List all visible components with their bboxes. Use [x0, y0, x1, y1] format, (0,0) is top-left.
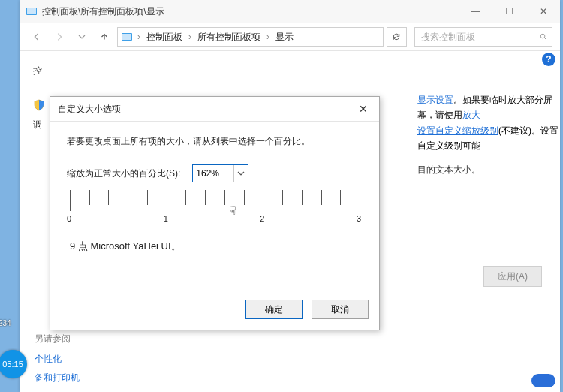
svg-rect-3: [122, 34, 131, 40]
scale-combobox[interactable]: [192, 164, 248, 182]
svg-line-5: [544, 38, 546, 40]
breadcrumb[interactable]: 控制面板: [145, 31, 184, 44]
maximize-button[interactable]: ☐: [492, 0, 526, 23]
dialog-title: 自定义大小选项: [58, 103, 121, 116]
up-button[interactable]: [95, 27, 114, 47]
navigation-bar: › 控制面板 › 所有控制面板项 › 显示: [20, 23, 560, 51]
crumb-sep-icon: ›: [136, 32, 142, 42]
scale-label: 缩放为正常大小的百分比(S):: [67, 167, 180, 180]
search-icon: [540, 32, 547, 42]
dialog-close-button[interactable]: ✕: [355, 101, 372, 117]
title-bar: 控制面板\所有控制面板项\显示 — ☐ ✕: [20, 0, 560, 23]
sample-text: 9 点 Microsoft YaHei UI。: [70, 240, 363, 253]
ok-button[interactable]: 确定: [245, 300, 303, 319]
custom-size-dialog: 自定义大小选项 ✕ 若要更改桌面上所有项的大小，请从列表中选择一个百分比。 缩放…: [50, 96, 380, 330]
control-panel-window: 控制面板\所有控制面板项\显示 — ☐ ✕ › 控制面板 › 所有控制面板项: [20, 0, 560, 392]
ruler-label: 3: [357, 214, 361, 223]
ruler-label: 0: [67, 214, 71, 223]
cancel-button[interactable]: 取消: [312, 300, 369, 319]
refresh-button[interactable]: [387, 27, 407, 47]
forward-button[interactable]: [50, 27, 69, 47]
crumb-sep-icon: ›: [265, 32, 271, 42]
ruler-label: 2: [260, 214, 264, 223]
svg-point-4: [540, 34, 545, 38]
system-tray: [525, 371, 561, 390]
crumb-sep-icon: ›: [187, 32, 193, 42]
back-button[interactable]: [27, 27, 47, 47]
tray-icon[interactable]: [531, 374, 555, 387]
breadcrumb[interactable]: 所有控制面板项: [196, 31, 262, 44]
svg-rect-1: [27, 8, 36, 14]
breadcrumb[interactable]: 显示: [274, 31, 295, 44]
dialog-instruction: 若要更改桌面上所有项的大小，请从列表中选择一个百分比。: [67, 135, 363, 148]
minimize-button[interactable]: —: [459, 0, 492, 23]
search-box[interactable]: [414, 27, 552, 47]
close-button[interactable]: ✕: [526, 0, 560, 23]
ruler[interactable]: ☟ 0123: [70, 190, 360, 229]
desktop-badge: 234: [0, 319, 11, 327]
dialog-backdrop: 自定义大小选项 ✕ 若要更改桌面上所有项的大小，请从列表中选择一个百分比。 缩放…: [20, 51, 560, 392]
address-bar[interactable]: › 控制面板 › 所有控制面板项 › 显示: [117, 27, 384, 47]
ruler-label: 1: [164, 214, 168, 223]
recent-button[interactable]: [72, 27, 92, 47]
scale-input[interactable]: [193, 168, 233, 179]
cursor-icon: ☟: [229, 204, 236, 218]
chevron-down-icon[interactable]: [233, 165, 248, 182]
content-area: ? 控 校 调 显示设置。如果要临时放大部分屏幕，请使用放大 设置自定义缩放级别…: [20, 51, 560, 392]
dialog-titlebar: 自定义大小选项 ✕: [50, 97, 379, 122]
window-title: 控制面板\所有控制面板项\显示: [42, 5, 459, 18]
address-icon: [121, 31, 133, 43]
control-panel-icon: [26, 5, 38, 17]
search-input[interactable]: [420, 31, 535, 43]
